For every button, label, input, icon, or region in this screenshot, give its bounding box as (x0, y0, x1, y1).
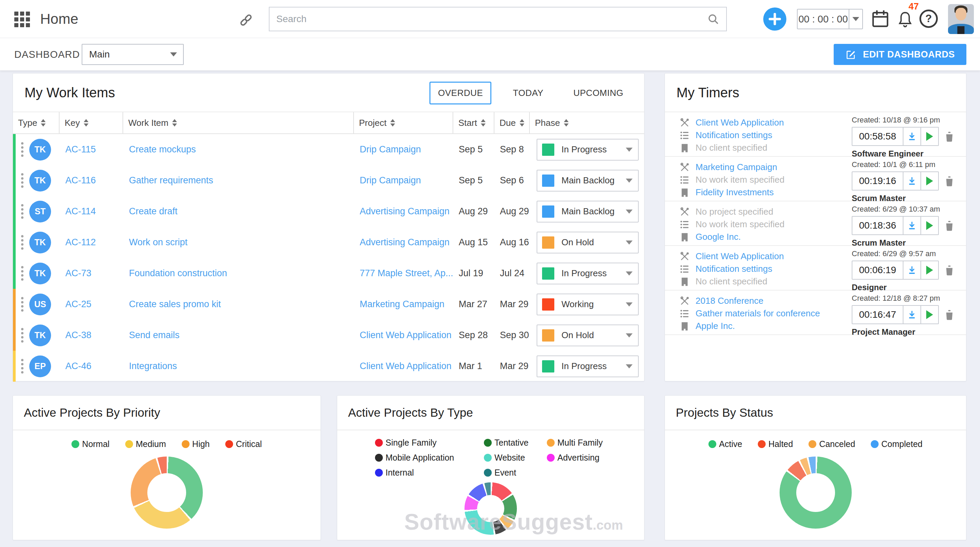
tab-upcoming[interactable]: UPCOMING (565, 82, 632, 105)
dashboard-select[interactable]: Main (82, 44, 184, 65)
delete-timer-button[interactable] (943, 130, 955, 142)
log-time-button[interactable] (903, 306, 920, 323)
drag-handle-icon[interactable] (21, 173, 24, 188)
tab-overdue[interactable]: OVERDUE (430, 82, 492, 105)
phase-dropdown[interactable]: Main Backlog (537, 170, 639, 191)
search-icon[interactable] (707, 13, 719, 25)
project-link[interactable]: Advertising Campaign (354, 237, 453, 248)
work-items-table-body: TK AC-115 Create mockups Drip Campaign S… (13, 134, 644, 382)
work-item-name-link[interactable]: Create draft (123, 206, 354, 217)
work-item-name-link[interactable]: Create sales promo kit (123, 299, 354, 310)
link-icon[interactable] (238, 12, 254, 28)
delete-timer-button[interactable] (943, 175, 955, 187)
work-item-key-link[interactable]: AC-112 (60, 237, 123, 248)
phase-dropdown[interactable]: In Progress (537, 262, 639, 285)
column-header-key[interactable]: Key (60, 112, 123, 134)
work-item-name-link[interactable]: Send emails (123, 330, 354, 340)
project-link[interactable]: Drip Campaign (354, 144, 453, 155)
legend-label: Tentative (495, 438, 528, 448)
start-timer-button[interactable] (920, 127, 938, 145)
add-button[interactable] (763, 8, 786, 30)
log-time-button[interactable] (903, 127, 920, 145)
work-item-key-link[interactable]: AC-115 (60, 144, 123, 155)
timer-project-link[interactable]: No project specified (695, 207, 773, 217)
work-item-key-link[interactable]: AC-114 (60, 206, 123, 217)
timer-work-item-link[interactable]: Notification settings (695, 264, 772, 274)
work-item-key-link[interactable]: AC-73 (60, 268, 123, 278)
app-grid-icon[interactable] (14, 11, 30, 28)
project-link[interactable]: Client Web Application (354, 361, 453, 372)
project-link[interactable]: 777 Maple Street, Ap... (354, 268, 453, 278)
work-item-key-link[interactable]: AC-25 (60, 299, 123, 310)
delete-timer-button[interactable] (943, 220, 955, 231)
drag-handle-icon[interactable] (21, 328, 24, 343)
work-item-key-link[interactable]: AC-116 (60, 175, 123, 186)
drag-handle-icon[interactable] (21, 266, 24, 281)
timer-work-item-link[interactable]: Gather materials for conference (695, 308, 820, 319)
drag-handle-icon[interactable] (21, 359, 24, 374)
timer-client-link[interactable]: Fidelity Investments (695, 187, 774, 198)
drag-handle-icon[interactable] (21, 297, 24, 312)
log-time-button[interactable] (903, 172, 920, 190)
user-avatar[interactable] (948, 4, 974, 34)
drag-handle-icon[interactable] (21, 142, 24, 157)
search-input[interactable] (276, 14, 707, 24)
phase-label: On Hold (562, 330, 594, 340)
project-link[interactable]: Client Web Application (354, 330, 453, 340)
notifications-bell-icon[interactable] (897, 10, 913, 29)
log-time-button[interactable] (903, 261, 920, 279)
column-header-phase[interactable]: Phase (530, 112, 644, 134)
phase-dropdown[interactable]: In Progress (537, 139, 639, 161)
work-item-name-link[interactable]: Gather requirements (123, 175, 354, 186)
edit-dashboards-button[interactable]: EDIT DASHBOARDS (834, 44, 966, 65)
work-item-name-link[interactable]: Create mockups (123, 144, 354, 155)
column-header-project[interactable]: Project (354, 112, 453, 134)
timer-project-link[interactable]: Marketing Campaign (695, 162, 777, 172)
work-items-table-header: Type Key Work Item Project Start Due Pha… (13, 112, 644, 134)
timer-client-link[interactable]: No client specified (695, 276, 767, 287)
project-link[interactable]: Drip Campaign (354, 175, 453, 186)
timer-work-item-link[interactable]: Notification settings (695, 130, 772, 140)
timer-project-line: No project specified (674, 205, 785, 218)
help-icon[interactable]: ? (920, 10, 938, 28)
calendar-icon[interactable] (871, 9, 889, 29)
phase-dropdown[interactable]: On Hold (537, 232, 639, 253)
timer-work-item-link[interactable]: No work item specified (695, 219, 785, 230)
download-icon (907, 221, 917, 230)
work-item-key-link[interactable]: AC-38 (60, 330, 123, 340)
drag-handle-icon[interactable] (21, 204, 24, 219)
timer-project-link[interactable]: 2018 Conference (695, 296, 763, 306)
timer-client-link[interactable]: Google Inc. (695, 232, 741, 242)
column-header-type[interactable]: Type (13, 112, 60, 134)
timer-work-item-link[interactable]: No work item specified (695, 175, 785, 185)
phase-dropdown[interactable]: Working (537, 294, 639, 315)
drag-handle-icon[interactable] (21, 235, 24, 250)
timer-project-link[interactable]: Client Web Application (695, 251, 784, 262)
global-timer-widget[interactable]: 00 : 00 : 00 (797, 9, 863, 29)
log-time-button[interactable] (903, 217, 920, 234)
work-item-name-link[interactable]: Foundation construction (123, 268, 354, 278)
work-item-name-link[interactable]: Integrations (123, 361, 354, 372)
work-item-name-link[interactable]: Work on script (123, 237, 354, 248)
project-link[interactable]: Marketing Campaign (354, 299, 453, 310)
column-header-due[interactable]: Due (495, 112, 530, 134)
delete-timer-button[interactable] (943, 309, 955, 320)
tab-today[interactable]: TODAY (504, 82, 552, 105)
phase-dropdown[interactable]: In Progress (537, 356, 639, 377)
phase-dropdown[interactable]: On Hold (537, 324, 639, 346)
column-header-start[interactable]: Start (453, 112, 495, 134)
timer-client-link[interactable]: No client specified (695, 143, 767, 153)
phase-dropdown[interactable]: Main Backlog (537, 201, 639, 223)
timer-project-link[interactable]: Client Web Application (695, 118, 784, 128)
timer-dropdown-button[interactable] (849, 10, 862, 29)
type-donut-chart (465, 482, 517, 535)
start-timer-button[interactable] (920, 306, 938, 323)
start-timer-button[interactable] (920, 261, 938, 279)
column-header-work-item[interactable]: Work Item (123, 112, 354, 134)
timer-client-link[interactable]: Apple Inc. (695, 321, 735, 331)
project-link[interactable]: Advertising Campaign (354, 206, 453, 217)
start-timer-button[interactable] (920, 217, 938, 234)
work-item-key-link[interactable]: AC-46 (60, 361, 123, 372)
start-timer-button[interactable] (920, 172, 938, 190)
delete-timer-button[interactable] (943, 264, 955, 276)
